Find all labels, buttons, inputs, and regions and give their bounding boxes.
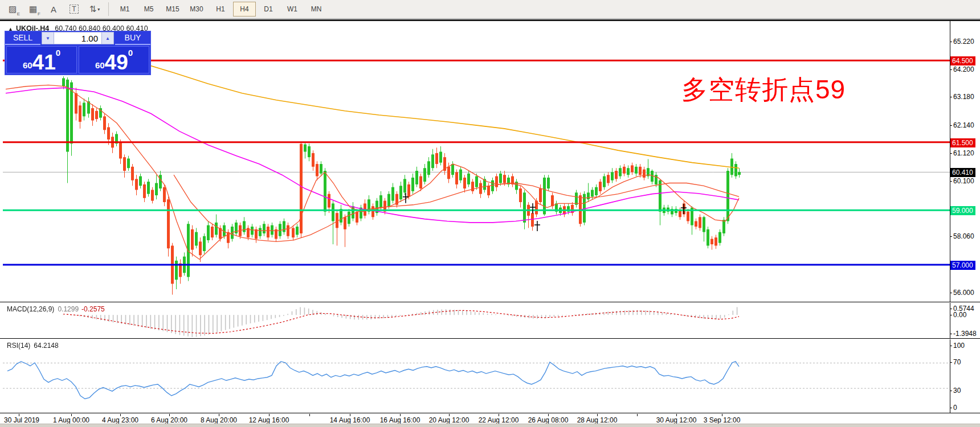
trade-row-prices: 60410 60490 (5, 45, 150, 75)
sell-price-point: 0 (56, 48, 60, 58)
grid-pattern-icon-sub: F (38, 11, 40, 17)
price-tick-label: 58.060 (953, 232, 974, 240)
macd-label: MACD(12,26,9) (7, 305, 54, 313)
axis-tick (950, 42, 952, 42)
axis-tick (950, 236, 952, 237)
price-tick-label: 60.100 (953, 177, 974, 185)
text-box-icon-button[interactable]: T (65, 1, 83, 17)
arrows-icon-button[interactable]: ⇅▾ (85, 1, 104, 17)
timeframe-group: M1M5M15M30H1H4D1W1MN (113, 2, 329, 17)
axis-tick (950, 408, 952, 408)
macd-tick-label: 0.00 (953, 311, 966, 319)
time-label: 26 Aug 08:00 (528, 416, 569, 424)
rsi-label: RSI(14) (7, 342, 30, 350)
timeframe-button-h4[interactable]: H4 (233, 2, 256, 17)
axis-tick (950, 309, 952, 309)
axis-tick (950, 97, 952, 97)
axis-tick (950, 362, 952, 363)
rsi-canvas[interactable] (3, 339, 950, 413)
trading-app-window: ▨E▦FAT⇅▾ M1M5M15M30H1H4D1W1MN 65.22064.2… (0, 0, 980, 427)
dropdown-caret-icon: ▾ (97, 7, 100, 12)
price-tick-label: 64.200 (953, 65, 974, 73)
timeframe-button-h1[interactable]: H1 (209, 2, 232, 17)
sell-price-handle: 60 (23, 60, 32, 70)
axis-tick (950, 315, 952, 315)
price-badge-64.500: 64.500 (950, 56, 975, 65)
timeframe-button-m1[interactable]: M1 (113, 2, 136, 17)
price-tick-label: 56.000 (953, 289, 974, 297)
axis-tick (950, 69, 952, 70)
grid-pattern-icon: ▦ (29, 4, 37, 14)
timeframe-button-w1[interactable]: W1 (281, 2, 304, 17)
rsi-tick-label: 0 (953, 404, 957, 412)
text-label-icon-button[interactable]: A (44, 1, 63, 17)
axis-tick (950, 334, 952, 334)
text-box-icon: T (70, 5, 78, 14)
buy-price-pips: 49 (105, 53, 128, 72)
hatch-pattern-icon: ▨ (9, 4, 17, 14)
timeframe-button-d1[interactable]: D1 (257, 2, 280, 17)
price-tick-label: 63.180 (953, 93, 974, 101)
time-label: 30 Aug 12:00 (656, 416, 697, 424)
trade-row-top: SELL ▼ 1.00 ▲ BUY (5, 31, 150, 45)
sell-price-pips: 41 (32, 53, 56, 72)
sell-price-tile[interactable]: 60410 (6, 46, 77, 73)
time-label: 16 Aug 16:00 (380, 416, 420, 424)
macd-canvas[interactable] (3, 303, 950, 338)
chart-annotation-text[interactable]: 多空转折点59 (681, 72, 846, 108)
grid-pattern-icon-button[interactable]: ▦F (24, 1, 42, 17)
time-label: 20 Aug 12:00 (429, 416, 469, 424)
buy-price-point: 0 (128, 48, 133, 58)
volume-input[interactable]: 1.00 (54, 32, 101, 44)
time-label: 3 Sep 12:00 (704, 416, 741, 424)
toolbar-separator (108, 2, 109, 16)
time-label: 12 Aug 16:00 (249, 416, 289, 424)
price-badge-59.000: 59.000 (950, 206, 975, 215)
volume-spinner: ▼ 1.00 ▲ (40, 31, 115, 45)
axis-tick (950, 346, 952, 346)
time-label: 14 Aug 16:00 (330, 416, 370, 424)
arrows-icon: ⇅ (89, 4, 97, 14)
time-label: 8 Aug 20:00 (201, 416, 237, 424)
one-click-trade-widget: SELL ▼ 1.00 ▲ BUY 60410 60490 (5, 31, 151, 75)
macd-label-row: MACD(12,26,9)0.1299-0.2575 (7, 305, 105, 313)
rsi-tick-label: 70 (953, 358, 961, 366)
time-label: 22 Aug 12:00 (479, 416, 519, 424)
price-badge-60.410: 60.410 (950, 168, 975, 177)
buy-button[interactable]: BUY (115, 31, 150, 45)
hatch-pattern-icon-button[interactable]: ▨E (3, 1, 22, 17)
hatch-pattern-icon-sub: E (17, 11, 20, 17)
macd-signal-value: -0.2575 (81, 305, 105, 313)
rsi-value: 64.2148 (34, 342, 58, 350)
timeframe-button-m30[interactable]: M30 (185, 2, 208, 17)
time-label: 6 Aug 20:00 (151, 416, 187, 424)
timeframe-button-mn[interactable]: MN (305, 2, 328, 17)
time-label: 28 Aug 12:00 (577, 416, 618, 424)
price-tick-label: 62.140 (953, 121, 974, 129)
rsi-axis-divider (950, 339, 950, 413)
price-badge-57.000: 57.000 (950, 261, 975, 270)
buy-price-tile[interactable]: 60490 (79, 46, 149, 73)
buy-price-handle: 60 (95, 60, 105, 70)
axis-tick (950, 391, 952, 391)
timeframe-button-m5[interactable]: M5 (137, 2, 160, 17)
volume-decrease-button[interactable]: ▼ (42, 32, 54, 44)
price-tick-label: 65.220 (953, 38, 974, 46)
price-tick-label: 61.120 (953, 149, 974, 157)
text-label-icon: A (51, 5, 56, 14)
axis-tick (950, 153, 952, 154)
volume-increase-button[interactable]: ▲ (101, 32, 114, 44)
time-label: 4 Aug 23:00 (102, 416, 138, 424)
time-axis: 30 Jul 20191 Aug 00:004 Aug 23:006 Aug 2… (0, 414, 980, 424)
price-badge-61.500: 61.500 (950, 138, 975, 147)
sell-button[interactable]: SELL (5, 31, 40, 45)
axis-tick (950, 125, 952, 126)
time-label: 1 Aug 00:00 (53, 416, 89, 424)
axis-tick (950, 181, 952, 182)
macd-tick-label: -1.3948 (953, 330, 977, 338)
rsi-tick-label: 30 (953, 387, 961, 395)
timeframe-button-m15[interactable]: M15 (161, 2, 184, 17)
rsi-panel (0, 339, 980, 413)
time-label: 30 Jul 2019 (4, 416, 39, 424)
horizontal-scrollbar[interactable] (0, 424, 980, 427)
